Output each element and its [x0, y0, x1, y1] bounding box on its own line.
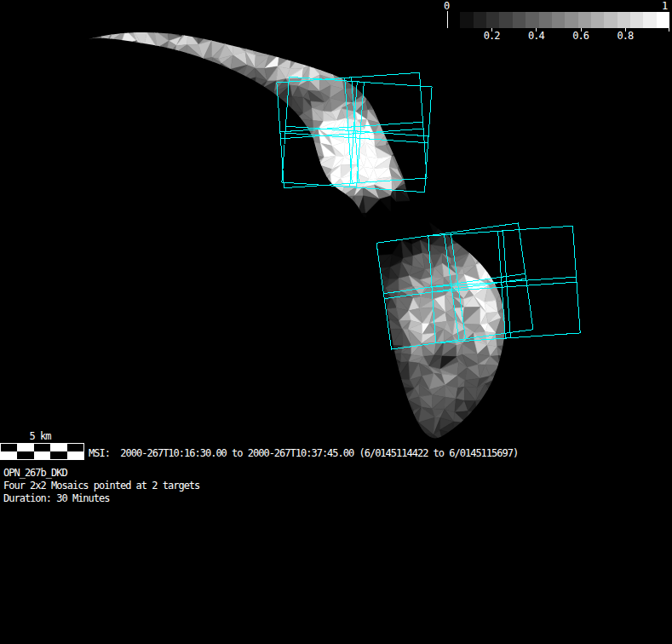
asteroid-facet — [440, 141, 458, 157]
asteroid-facet — [166, 114, 176, 125]
asteroid-facet — [321, 31, 335, 41]
asteroid-facet — [296, 275, 313, 290]
asteroid-facet — [235, 296, 246, 311]
asteroid-facet — [146, 19, 156, 32]
asteroid-facet — [451, 199, 469, 214]
asteroid-facet — [175, 53, 188, 68]
asteroid-facet — [485, 165, 499, 180]
asteroid-facet — [156, 110, 167, 125]
asteroid-facet — [279, 45, 290, 55]
asteroid-facet — [489, 113, 502, 125]
asteroid-facet — [263, 432, 274, 440]
asteroid-facet — [467, 101, 479, 110]
asteroid-facet — [135, 357, 147, 369]
asteroid-facet — [511, 365, 523, 376]
asteroid-facet — [354, 421, 363, 433]
asteroid-facet — [256, 202, 265, 211]
asteroid-facet — [364, 45, 376, 59]
asteroid-facet — [453, 96, 468, 110]
asteroid-facet — [511, 429, 520, 441]
asteroid-facet — [468, 44, 480, 57]
asteroid-facet — [101, 79, 109, 86]
asteroid-facet — [390, 400, 401, 413]
asteroid-facet — [497, 418, 511, 431]
asteroid-facet — [496, 386, 512, 402]
asteroid-facet — [120, 433, 135, 446]
asteroid-facet — [244, 264, 254, 276]
asteroid-facet — [101, 406, 111, 423]
asteroid-facet — [233, 34, 248, 43]
asteroid-facet — [167, 334, 181, 347]
asteroid-facet — [300, 130, 314, 142]
asteroid-facet — [312, 26, 321, 36]
asteroid-facet — [485, 53, 500, 67]
asteroid-facet — [312, 335, 325, 347]
asteroid-facet — [401, 43, 414, 57]
asteroid-facet — [91, 169, 105, 178]
asteroid-facet — [221, 376, 231, 388]
asteroid-facet — [112, 99, 123, 113]
asteroid-facet — [413, 54, 424, 65]
asteroid-facet — [310, 31, 320, 46]
asteroid-facet — [197, 422, 215, 434]
asteroid-facet — [192, 365, 203, 376]
asteroid-facet — [521, 174, 536, 185]
asteroid-facet — [187, 290, 202, 301]
asteroid-facet — [368, 400, 376, 412]
asteroid-facet — [346, 308, 356, 323]
asteroid-facet — [91, 176, 102, 186]
asteroid-facet — [365, 58, 377, 70]
asteroid-facet — [97, 237, 109, 247]
asteroid-facet — [321, 200, 335, 208]
asteroid-facet — [135, 107, 143, 123]
asteroid-facet — [108, 388, 125, 397]
asteroid-facet — [529, 254, 545, 269]
asteroid-facet — [290, 377, 303, 390]
asteroid-facet — [102, 32, 113, 48]
asteroid-facet — [164, 311, 181, 321]
asteroid-facet — [440, 58, 457, 67]
asteroid-facet — [330, 219, 347, 233]
asteroid-facet — [146, 311, 158, 318]
asteroid-facet — [313, 318, 324, 335]
asteroid-facet — [98, 363, 109, 375]
asteroid-facet — [121, 341, 133, 358]
asteroid-facet — [209, 257, 222, 266]
asteroid-facet — [489, 135, 498, 145]
asteroid-facet — [398, 158, 412, 170]
asteroid-facet — [310, 46, 325, 60]
asteroid-facet — [221, 210, 232, 221]
asteroid-facet — [501, 192, 512, 202]
asteroid-facet — [480, 155, 489, 170]
asteroid-facet — [400, 20, 412, 34]
asteroid-facet — [519, 320, 529, 334]
asteroid-facet — [100, 401, 111, 413]
asteroid-facet — [443, 176, 455, 191]
asteroid-facet — [75, 322, 91, 332]
asteroid-facet — [78, 277, 92, 290]
asteroid-facet — [311, 55, 325, 64]
asteroid-facet — [199, 169, 211, 181]
asteroid-facet — [233, 276, 249, 290]
asteroid-facet — [334, 411, 347, 423]
asteroid-facet — [210, 147, 221, 152]
asteroid-facet — [153, 368, 171, 378]
asteroid-facet — [376, 21, 387, 36]
asteroid-facet — [445, 198, 455, 214]
asteroid-facet — [210, 186, 224, 198]
asteroid-facet — [292, 152, 302, 168]
asteroid-facet — [368, 388, 381, 400]
asteroid-facet — [319, 287, 330, 300]
asteroid-facet — [112, 341, 121, 355]
asteroid-facet — [440, 107, 451, 120]
asteroid-facet — [379, 343, 389, 355]
asteroid-facet — [124, 190, 137, 198]
asteroid-facet — [255, 190, 264, 202]
asteroid-facet — [434, 157, 443, 164]
asteroid-facet — [101, 175, 109, 185]
asteroid-facet — [287, 267, 300, 279]
asteroid-facet — [80, 135, 93, 147]
asteroid-facet — [453, 153, 464, 170]
asteroid-facet — [94, 54, 101, 66]
asteroid-facet — [497, 74, 511, 87]
